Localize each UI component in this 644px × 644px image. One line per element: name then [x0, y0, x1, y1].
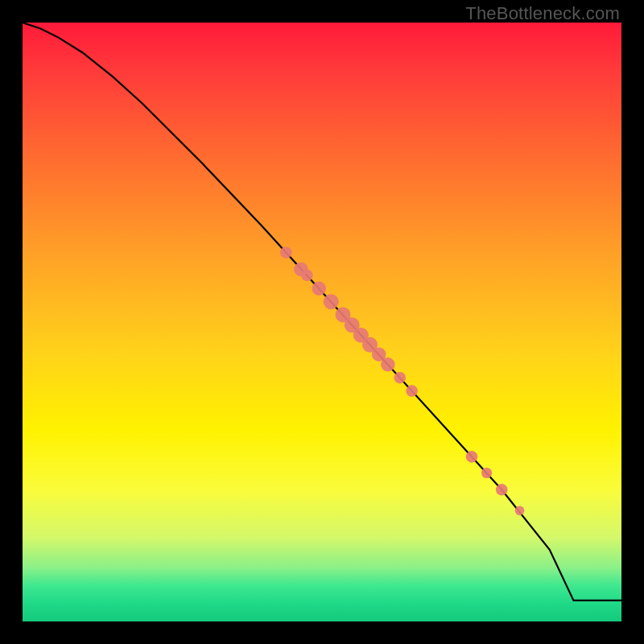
data-point: [481, 468, 492, 478]
data-points: [280, 246, 524, 515]
data-point: [394, 372, 406, 384]
data-point: [381, 357, 395, 372]
plot-area: [23, 23, 621, 621]
data-point: [280, 246, 292, 258]
data-point: [466, 451, 478, 463]
watermark-text: TheBottleneck.com: [465, 3, 620, 24]
curve-line: [23, 23, 621, 601]
data-point: [406, 385, 418, 397]
chart-frame: TheBottleneck.com: [0, 0, 644, 644]
data-point: [324, 294, 339, 309]
data-point: [496, 484, 508, 496]
data-point: [312, 282, 327, 296]
data-point: [515, 506, 525, 516]
data-point: [301, 270, 313, 282]
chart-svg: [23, 23, 621, 621]
